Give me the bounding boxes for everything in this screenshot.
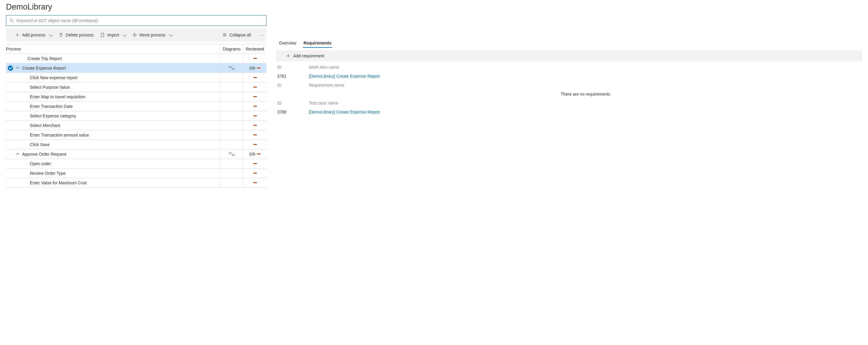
row-selector[interactable] xyxy=(6,65,15,71)
diagram-icon xyxy=(229,152,235,156)
process-label: Enter Transaction amount value xyxy=(15,133,220,137)
expander[interactable] xyxy=(15,67,20,69)
table-row[interactable]: Select Purpose Value xyxy=(6,83,267,92)
diagrams-cell[interactable] xyxy=(220,149,243,159)
search-icon xyxy=(9,18,14,23)
rp-id-header: ID xyxy=(276,83,309,88)
diagrams-cell xyxy=(220,168,243,178)
rp-name-cell[interactable]: [DemoLibrary] Create Expense Report xyxy=(309,74,862,79)
minus-icon xyxy=(253,182,257,183)
tabs: Overview Requirements xyxy=(276,39,862,48)
process-label: Click New expense report xyxy=(15,75,220,80)
add-requirement-button[interactable]: Add requirement xyxy=(276,50,862,62)
table-row[interactable]: Enter Map to travel requisition xyxy=(6,92,267,101)
table-row[interactable]: Review Order Type xyxy=(6,168,267,178)
table-row[interactable]: Select Expense category xyxy=(6,111,267,121)
process-label: Enter Map to travel requisition xyxy=(15,94,220,99)
expander[interactable] xyxy=(15,153,20,155)
minus-icon xyxy=(253,87,257,88)
table-row[interactable]: Enter Transaction amount value xyxy=(6,130,267,140)
more-button[interactable]: ··· xyxy=(257,28,267,41)
rp-row[interactable]: 3761[DemoLibrary] Create Expense Report xyxy=(276,72,862,81)
rp-id-header: ID xyxy=(276,101,309,105)
reviewed-cell xyxy=(243,54,267,63)
rp-section-header: IDRequirement name xyxy=(276,81,862,90)
reviewed-cell xyxy=(243,73,267,82)
table-row[interactable]: Create Trip Report xyxy=(6,54,267,63)
rp-name-header: Test case name xyxy=(309,101,862,105)
rp-row[interactable]: 3780[DemoLibrary] Create Expense Report xyxy=(276,107,862,117)
svg-rect-3 xyxy=(233,68,235,70)
process-label: Create Expense Report xyxy=(20,66,220,70)
add-process-button[interactable]: Add process xyxy=(15,28,52,41)
reviewed-cell xyxy=(243,130,267,139)
add-process-label: Add process xyxy=(22,33,45,37)
diagrams-cell xyxy=(220,178,243,187)
move-process-button[interactable]: Move process xyxy=(132,28,172,41)
rp-id-cell: 3761 xyxy=(276,74,309,79)
table-row[interactable]: Approve Order Request0/9 xyxy=(6,149,267,159)
table-row[interactable]: Create Expense Report0/8 xyxy=(6,63,267,73)
rp-section-header: IDTest case name xyxy=(276,99,862,107)
rp-name-cell[interactable]: [DemoLibrary] Create Expense Report xyxy=(309,109,862,115)
minus-icon xyxy=(253,163,257,164)
table-row[interactable]: Select Merchant xyxy=(6,121,267,130)
column-header-process[interactable]: Process xyxy=(6,46,220,51)
diagrams-cell xyxy=(220,54,243,63)
column-header-diagrams[interactable]: Diagrams xyxy=(220,44,243,54)
check-icon xyxy=(8,65,13,71)
process-label: Enter Value for Maximum Cost xyxy=(15,180,220,185)
diagrams-cell xyxy=(220,101,243,111)
table-row[interactable]: Enter Transaction Date xyxy=(6,101,267,111)
diagrams-cell[interactable] xyxy=(220,63,243,72)
reviewed-cell xyxy=(243,168,267,178)
reviewed-cell xyxy=(243,178,267,187)
diagrams-cell xyxy=(220,130,243,139)
import-label: Import xyxy=(107,33,119,37)
chevron-down-icon xyxy=(49,33,53,37)
grid-header: Process Diagrams Reviewed xyxy=(6,44,267,54)
svg-rect-2 xyxy=(229,66,230,67)
delete-process-button[interactable]: Delete process xyxy=(59,28,93,41)
rp-id-header: ID xyxy=(276,65,309,70)
minus-icon xyxy=(253,134,257,135)
delete-process-label: Delete process xyxy=(66,33,93,37)
minus-icon xyxy=(253,58,257,59)
column-header-reviewed[interactable]: Reviewed xyxy=(243,44,267,54)
process-label: Select Merchant xyxy=(15,123,220,128)
reviewed-cell xyxy=(243,159,267,168)
minus-icon xyxy=(257,67,260,68)
import-button[interactable]: Import xyxy=(100,28,126,41)
table-row[interactable]: Open order xyxy=(6,159,267,168)
reviewed-cell xyxy=(243,121,267,130)
search-box[interactable] xyxy=(6,15,267,26)
chevron-down-icon xyxy=(169,33,173,37)
table-row[interactable]: Enter Value for Maximum Cost xyxy=(6,178,267,188)
table-row[interactable]: Click New expense report xyxy=(6,73,267,83)
search-input[interactable] xyxy=(17,18,263,23)
diagrams-cell xyxy=(220,121,243,130)
svg-point-0 xyxy=(10,19,12,22)
reviewed-cell: 0/8 xyxy=(243,63,267,72)
svg-line-1 xyxy=(12,21,13,22)
process-label: Create Trip Report xyxy=(20,56,220,61)
diagrams-cell xyxy=(220,111,243,120)
svg-rect-5 xyxy=(233,154,235,156)
rp-name-header: Requirement name xyxy=(309,83,862,88)
reviewed-cell xyxy=(243,101,267,111)
minus-icon xyxy=(253,144,257,145)
tab-overview[interactable]: Overview xyxy=(278,39,297,48)
rp-name-header: Work item name xyxy=(309,65,862,70)
diagram-icon xyxy=(229,66,235,70)
tab-requirements[interactable]: Requirements xyxy=(303,39,332,48)
minus-icon xyxy=(253,172,257,174)
minus-icon xyxy=(253,77,257,78)
table-row[interactable]: Click Save xyxy=(6,140,267,149)
process-label: Review Order Type xyxy=(15,171,220,176)
trash-icon xyxy=(59,33,63,37)
chevron-down-icon xyxy=(122,33,127,37)
collapse-all-button[interactable]: Collapse all xyxy=(222,28,251,41)
process-label: Open order xyxy=(15,161,220,166)
diagrams-cell xyxy=(220,92,243,101)
add-requirement-label: Add requirement xyxy=(293,54,324,58)
